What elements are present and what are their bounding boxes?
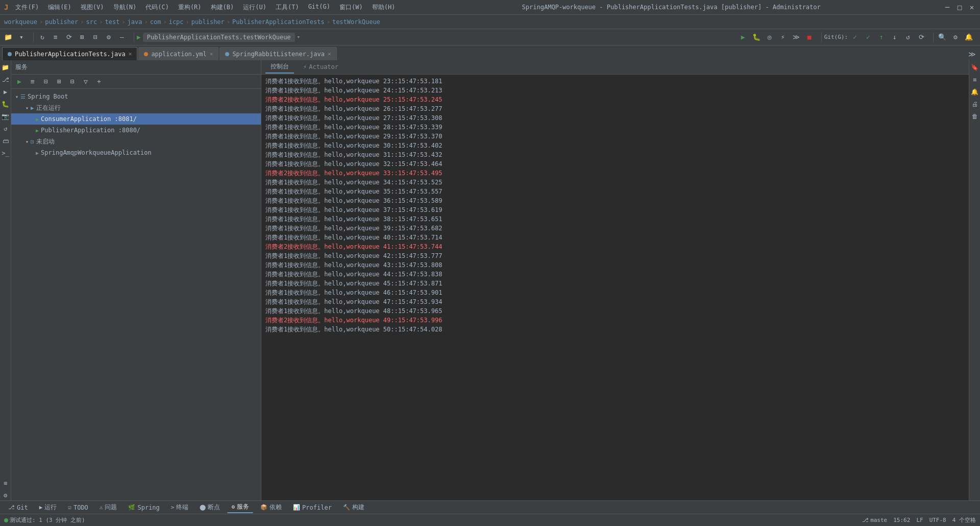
git-arrow-down[interactable]: ↓ [889, 31, 901, 43]
service-collapse-btn[interactable]: ⊟ [40, 76, 52, 88]
menu-item[interactable]: 导航(N) [109, 2, 141, 13]
menu-item[interactable]: 文件(F) [11, 2, 43, 13]
sidebar-bottom-icon1[interactable]: ≡ [1, 478, 11, 488]
git-history[interactable]: ⟳ [915, 31, 927, 43]
refresh-btn[interactable]: ⟳ [63, 31, 75, 43]
status-branch[interactable]: ⎇ maste [862, 517, 887, 523]
bottom-tab-构建[interactable]: 🔨构建 [339, 502, 369, 513]
bottom-tab-终端[interactable]: >终端 [167, 502, 193, 513]
bottom-tab-断点[interactable]: ⬤断点 [195, 502, 224, 513]
sidebar-vcs-icon[interactable]: ↺ [1, 124, 11, 134]
tree-expand-arrow[interactable]: ▾ [15, 94, 18, 100]
git-check[interactable]: ✓ [849, 31, 861, 43]
menu-item[interactable]: 视图(V) [77, 2, 108, 13]
tree-expand-arrow[interactable]: ▾ [26, 139, 29, 145]
run-config-selector[interactable]: PublisherApplicationTests.testWorkQueue [143, 33, 295, 42]
tab-close-publisher-tests[interactable]: ✕ [129, 51, 132, 57]
right-icon-structure[interactable]: ≡ [970, 75, 980, 85]
git-check2[interactable]: ✓ [862, 31, 874, 43]
search-btn[interactable]: 🔍 [936, 31, 948, 43]
breadcrumb-item[interactable]: java [128, 18, 142, 26]
filter-btn[interactable]: ⊞ [76, 31, 88, 43]
tree-item[interactable]: ▾☰Spring Boot [11, 91, 261, 102]
menu-item[interactable]: 窗口(W) [335, 2, 367, 13]
maximize-button[interactable]: □ [955, 3, 964, 11]
bottom-tab-服务[interactable]: ⚙服务 [227, 501, 253, 513]
group-btn[interactable]: ⊟ [89, 31, 102, 43]
tree-item[interactable]: ▾⊡未启动 [11, 136, 261, 147]
tree-item[interactable]: ▶ConsumerApplication :8081/ [11, 113, 261, 125]
menu-item[interactable]: 运行(U) [239, 2, 271, 13]
service-run-btn[interactable]: ▶ [13, 76, 26, 88]
sidebar-db-icon[interactable]: 🗃 [1, 136, 11, 146]
right-icon-print[interactable]: 🖨 [970, 99, 980, 109]
tab-rabbit-listener[interactable]: SpringRabbitListener.java ✕ [219, 47, 336, 60]
settings-gear-btn[interactable]: ⚙ [949, 31, 962, 43]
sidebar-run-icon[interactable]: ▶ [1, 87, 11, 97]
stop-button[interactable]: ■ [803, 31, 816, 43]
tree-item[interactable]: ▾▶正在运行 [11, 102, 261, 113]
breadcrumb-item[interactable]: testWorkQueue [332, 18, 380, 26]
sidebar-camera-icon[interactable]: 📷 [1, 111, 11, 122]
run-button[interactable]: ▶ [737, 31, 749, 43]
tree-expand-arrow[interactable]: ▾ [26, 105, 29, 111]
status-indent[interactable]: 4 个空格 [952, 516, 976, 524]
coverage-button[interactable]: ◎ [764, 31, 776, 43]
sidebar-commit-icon[interactable]: ⎇ [1, 75, 11, 85]
sidebar-debug-icon[interactable]: 🐛 [1, 99, 11, 109]
more-run-btn[interactable]: ≫ [790, 31, 802, 43]
console-tab-console[interactable]: 控制台 [265, 61, 294, 74]
service-filter-btn[interactable]: ⊟ [66, 76, 79, 88]
service-add-btn[interactable]: + [93, 76, 105, 88]
tab-publisher-tests[interactable]: PublisherApplicationTests.java ✕ [2, 47, 137, 60]
minimize-button[interactable]: ─ [943, 3, 951, 11]
menu-item[interactable]: Git(G) [304, 2, 334, 13]
profile-button[interactable]: ⚡ [777, 31, 789, 43]
minus-btn[interactable]: — [116, 31, 128, 43]
menu-item[interactable]: 帮助(H) [368, 2, 400, 13]
bottom-tab-运行[interactable]: ▶运行 [35, 502, 61, 513]
console-tab-actuator[interactable]: ⚡Actuator [298, 62, 344, 73]
settings-btn[interactable]: ⚙ [103, 31, 115, 43]
tab-more-btn[interactable]: ≫ [966, 48, 978, 60]
breadcrumb-item[interactable]: publisher [45, 18, 78, 26]
menu-item[interactable]: 工具(T) [272, 2, 303, 13]
service-expand-btn[interactable]: ≡ [27, 76, 39, 88]
right-icon-notification[interactable]: 🔔 [970, 87, 980, 97]
status-encoding[interactable]: LF [916, 517, 923, 523]
build-btn[interactable]: ≡ [50, 31, 62, 43]
sidebar-project-icon[interactable]: 📁 [1, 62, 11, 73]
run-config-dropdown[interactable]: ▾ [297, 34, 301, 40]
bottom-tab-spring[interactable]: 🌿Spring [124, 503, 163, 512]
git-rollback[interactable]: ↺ [902, 31, 914, 43]
tree-item[interactable]: ▶SpringAmqpWorkqueueApplication [11, 147, 261, 158]
breadcrumb-item[interactable]: src [86, 18, 97, 26]
tree-item[interactable]: ▶PublisherApplication :8080/ [11, 125, 261, 136]
menu-item[interactable]: 编辑(E) [44, 2, 76, 13]
bottom-tab-profiler[interactable]: 📊Profiler [289, 503, 336, 512]
breadcrumb-item[interactable]: workqueue [4, 18, 37, 26]
dropdown-arrow[interactable]: ▾ [15, 31, 28, 43]
right-icon-trash[interactable]: 🗑 [970, 111, 980, 122]
menu-item[interactable]: 代码(C) [141, 2, 173, 13]
breadcrumb-item[interactable]: publisher [191, 18, 225, 26]
sidebar-bottom-icon2[interactable]: ⚙ [1, 490, 11, 500]
status-charset[interactable]: UTF-8 [929, 517, 946, 523]
git-arrow-up[interactable]: ↑ [875, 31, 888, 43]
right-icon-bookmark[interactable]: 🔖 [970, 62, 980, 73]
breadcrumb-item[interactable]: PublisherApplicationTests [232, 18, 325, 26]
bottom-tab-依赖[interactable]: 📦依赖 [256, 502, 286, 513]
test-result-status[interactable]: 测试通过: 1 (3 分钟 之前) [4, 516, 85, 524]
menu-item[interactable]: 构建(B) [207, 2, 238, 13]
sidebar-terminal-icon[interactable]: >_ [1, 148, 11, 158]
bottom-tab-git[interactable]: ⎇Git [4, 503, 32, 512]
notification-btn[interactable]: 🔔 [963, 31, 975, 43]
breadcrumb-item[interactable]: com [150, 18, 161, 26]
breadcrumb-item[interactable]: test [105, 18, 119, 26]
service-group-btn[interactable]: ⊞ [53, 76, 65, 88]
breadcrumb-item[interactable]: icpc [169, 18, 184, 26]
service-filter2-btn[interactable]: ▽ [80, 76, 92, 88]
tab-close-application-yml[interactable]: ✕ [210, 51, 213, 57]
sync-btn[interactable]: ↻ [36, 31, 48, 43]
tab-close-rabbit-listener[interactable]: ✕ [328, 51, 331, 57]
